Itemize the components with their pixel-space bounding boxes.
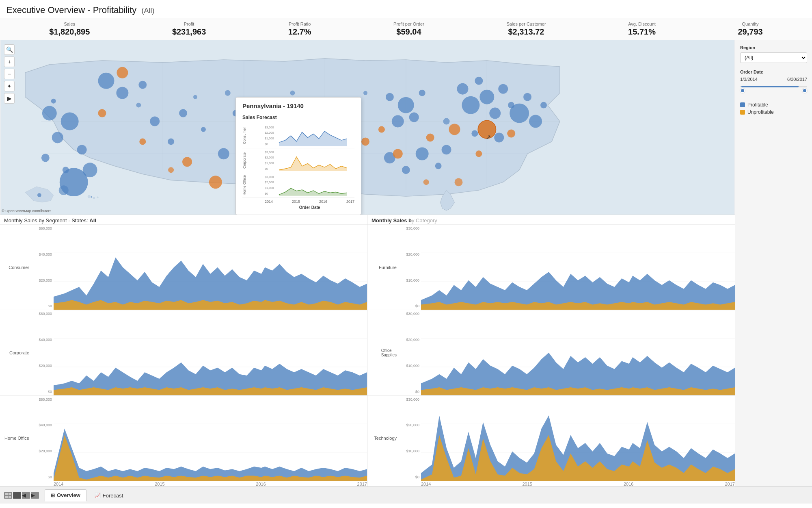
svg-point-76	[475, 150, 482, 157]
svg-point-77	[507, 129, 515, 137]
chart-left-title: Monthly Sales by Segment - States: All	[0, 215, 367, 225]
svg-rect-148	[5, 496, 8, 498]
svg-point-83	[225, 90, 231, 96]
svg-point-64	[98, 109, 106, 117]
legend-profitable: Profitable	[740, 102, 807, 108]
svg-point-29	[218, 148, 229, 159]
map-zoom-in-btn[interactable]: +	[4, 56, 15, 67]
svg-point-49	[457, 83, 468, 95]
nav-list-icon[interactable]	[13, 492, 21, 499]
kpi-profit-per-order: Profit per Order $59.04	[393, 22, 424, 37]
svg-point-50	[475, 77, 483, 85]
tooltip-corporate-label: Corporate	[242, 151, 265, 170]
svg-point-20	[59, 185, 69, 195]
svg-text:$1,000: $1,000	[265, 186, 274, 190]
svg-point-13	[61, 113, 79, 130]
tooltip-homeoffice-chart: $3,000 $2,000 $1,000 $0	[265, 173, 354, 198]
svg-point-41	[419, 90, 425, 96]
svg-point-63	[117, 67, 128, 78]
nav-arrow-left-icon[interactable]: ◀	[22, 492, 30, 499]
map-controls: 🔍 + − ✦ ▶	[4, 44, 15, 104]
svg-point-19	[83, 163, 97, 177]
kpi-avg-discount: Avg. Discount 15.71%	[628, 22, 656, 37]
legend-profitable-label: Profitable	[747, 102, 768, 108]
svg-rect-149	[9, 496, 11, 498]
map-star-btn[interactable]: ✦	[4, 81, 15, 91]
tooltip-consumer-label: Consumer	[242, 126, 265, 146]
tab-forecast[interactable]: 📈 Forecast	[89, 490, 129, 501]
tooltip-homeoffice-row: Home Office $3,000 $2,000 $1,000 $0	[242, 173, 354, 198]
svg-point-42	[392, 115, 404, 128]
svg-point-91	[455, 178, 463, 186]
category-technology-row: Technology $30,000$20,000$10,000$0	[367, 396, 735, 481]
svg-point-56	[529, 115, 542, 128]
consumer-y-axis: $60,000$40,000$20,000$0	[32, 225, 54, 310]
nav-arrow-right-icon[interactable]: ▶	[31, 492, 39, 499]
tooltip-subtitle: Sales Forecast	[242, 115, 354, 120]
svg-text:$3,000: $3,000	[265, 175, 274, 179]
svg-point-59	[489, 108, 501, 119]
svg-point-74	[426, 133, 434, 141]
svg-point-75	[449, 124, 460, 135]
category-technology-label: Technology	[367, 396, 400, 481]
map-search-btn[interactable]: 🔍	[4, 44, 15, 55]
svg-point-94	[93, 197, 95, 199]
svg-point-43	[409, 113, 419, 122]
sidebar-region-dropdown[interactable]: (All)	[740, 52, 807, 63]
map-attribution: © OpenStreetMap contributors	[2, 209, 51, 213]
svg-point-39	[386, 93, 394, 101]
segment-homeoffice-row: Home Office $60,000$40,000$20,000$0	[0, 396, 367, 481]
svg-text:↗: ↗	[486, 134, 491, 141]
corporate-y-axis: $60,000$40,000$20,000$0	[32, 310, 54, 395]
main-content: 🔍 + − ✦ ▶	[0, 40, 812, 486]
svg-text:$3,000: $3,000	[265, 126, 274, 129]
svg-point-82	[193, 95, 197, 99]
tooltip-consumer-row: Consumer $3,000 $2,000 $1,000 $0	[242, 124, 354, 148]
sidebar-date-values: 1/3/2014 6/30/2017	[740, 77, 807, 82]
svg-text:$3,000: $3,000	[265, 150, 274, 154]
svg-point-87	[443, 118, 450, 125]
tooltip-x-axis: 2014 2015 2016 2017	[242, 198, 354, 204]
legend-unprofitable-label: Unprofitable	[747, 109, 774, 115]
svg-point-81	[136, 103, 141, 108]
svg-point-85	[290, 91, 295, 96]
segment-consumer-label: Consumer	[0, 225, 32, 310]
kpi-profit: Profit $231,963	[172, 22, 206, 37]
svg-point-55	[523, 93, 531, 101]
map-zoom-out-btn[interactable]: −	[4, 69, 15, 79]
sidebar-legend-section: Profitable Unprofitable	[740, 102, 807, 115]
consumer-chart-area	[54, 225, 367, 310]
right-chart-x-axis: 2014201520162017	[367, 481, 735, 486]
segment-homeoffice-label: Home Office	[0, 396, 32, 481]
map-play-btn[interactable]: ▶	[4, 93, 15, 104]
tooltip-title: Pennsylvania - 19140	[242, 102, 354, 112]
date-slider-end[interactable]	[802, 88, 807, 93]
tab-overview[interactable]: ⊞ Overview	[45, 489, 86, 501]
tab-forecast-icon: 📈	[95, 493, 101, 498]
nav-grid-icon[interactable]	[4, 492, 12, 499]
category-furniture-label: Furniture	[367, 225, 400, 310]
svg-point-12	[51, 99, 56, 104]
date-slider-start[interactable]	[740, 88, 745, 93]
tooltip-homeoffice-label: Home Office	[242, 174, 265, 197]
svg-point-40	[398, 97, 414, 113]
svg-point-47	[435, 163, 442, 169]
left-chart-x-axis: 2014201520162017	[0, 481, 367, 486]
svg-point-67	[209, 176, 222, 189]
svg-point-46	[416, 147, 429, 160]
svg-point-92	[37, 193, 41, 197]
legend-unprofitable: Unprofitable	[740, 109, 807, 115]
kpi-quantity: Quantity 29,793	[738, 22, 762, 37]
tooltip-corporate-row: Corporate $3,000 $2,000 $1,000 $0	[242, 148, 354, 173]
tab-overview-icon: ⊞	[51, 493, 55, 498]
svg-text:$2,000: $2,000	[265, 180, 274, 184]
kpi-sales: Sales $1,820,895	[49, 22, 90, 37]
svg-point-10	[41, 154, 50, 162]
svg-point-54	[510, 104, 529, 123]
map-container[interactable]: 🔍 + − ✦ ▶	[0, 40, 735, 215]
svg-text:$1,000: $1,000	[265, 161, 274, 165]
segment-corporate-label: Corporate	[0, 310, 32, 395]
homeoffice-chart-area	[54, 396, 367, 481]
charts-bottom: Monthly Sales by Segment - States: All C…	[0, 215, 735, 486]
corporate-chart-area	[54, 310, 367, 395]
